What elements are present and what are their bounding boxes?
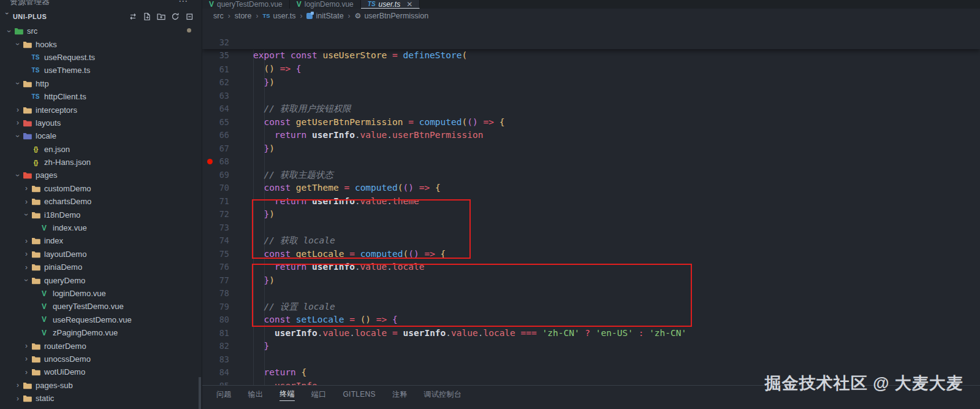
refresh-icon[interactable] [171, 12, 180, 21]
breadcrumb-src[interactable]: src [213, 12, 224, 20]
vue-icon: V [297, 0, 302, 9]
tree-item-customDemo[interactable]: ›customDemo [0, 182, 202, 195]
line-number[interactable]: 35 [202, 49, 229, 63]
code-line-66[interactable]: 66 }) [202, 116, 980, 129]
explorer-sidebar: 资源管理器 ⋯ › UNI-PLUS ›src ›hooks TSuseRequ… [0, 0, 202, 409]
tree-item-routerDemo[interactable]: ›routerDemo [0, 339, 202, 352]
editor-tabbar: VqueryTestDemo.vue VloginDemo.vue TSuser… [202, 0, 980, 9]
code-line-78[interactable]: 78 // 设置 locale [202, 274, 980, 288]
more-actions-icon[interactable]: ⋯ [178, 0, 188, 7]
breakpoint-icon[interactable] [207, 159, 213, 164]
tree-item-httpClient.ts[interactable]: TShttpClient.ts [0, 90, 202, 103]
collapse-all-icon[interactable] [185, 12, 194, 21]
code-line-77[interactable]: 77 [202, 261, 980, 274]
panel-tab-GITLENS[interactable]: GITLENS [343, 390, 375, 400]
tree-item-useRequestDemo.vue[interactable]: VuseRequestDemo.vue [0, 313, 202, 326]
vue-icon: V [209, 0, 214, 9]
code-line-83[interactable]: 83 return { [202, 340, 980, 353]
tree-item-locale[interactable]: ›locale [0, 129, 202, 142]
tree-item-loginDemo.vue[interactable]: VloginDemo.vue [0, 287, 202, 300]
tree-item-http[interactable]: ›http [0, 77, 202, 90]
json-icon: {} [34, 145, 38, 153]
tree-item-zPagingDemo.vue[interactable]: VzPagingDemo.vue [0, 326, 202, 339]
chevron-right-icon: › [13, 381, 22, 389]
breadcrumb-user.ts[interactable]: TSuser.ts [262, 12, 295, 20]
tree-item-queryTestDemo.vue[interactable]: VqueryTestDemo.vue [0, 300, 202, 313]
tree-item-en.json[interactable]: {}en.json [0, 143, 202, 156]
code-line-63[interactable]: 63 // 获取用户按钮权限 [202, 76, 980, 90]
breadcrumb-separator: › [256, 12, 258, 20]
tree-item-unocssDemo[interactable]: ›unocssDemo [0, 353, 202, 365]
tree-item-piniaDemo[interactable]: ›piniaDemo [0, 261, 202, 273]
chevron-down-icon: › [13, 171, 22, 180]
project-name: UNI-PLUS [13, 13, 129, 20]
code-line-71[interactable]: 71 }) [202, 182, 980, 195]
code-line-82[interactable]: 82 [202, 327, 980, 340]
code-line-32[interactable]: 32 export const useUserStore = defineSto… [202, 23, 980, 36]
code-line-68[interactable]: 68 // 获取主题状态 [202, 142, 980, 156]
typescript-icon: TS [368, 1, 376, 7]
tab-loginDemo.vue[interactable]: VloginDemo.vue [290, 0, 361, 9]
code-line-67[interactable]: 67 [202, 129, 980, 142]
vue-icon: V [42, 289, 47, 298]
code-line-62[interactable]: 62 [202, 63, 980, 77]
panel-tab-问题[interactable]: 问题 [216, 389, 232, 401]
panel-tab-注释[interactable]: 注释 [392, 389, 408, 401]
new-file-icon[interactable] [143, 12, 151, 21]
code-line-64[interactable]: 64 const getUserBtnPermission = computed… [202, 90, 980, 103]
code-line-84[interactable]: 84 userInfo, [202, 353, 980, 367]
gear-icon: ⚙ [355, 12, 362, 20]
tree-item-index[interactable]: ›index [0, 234, 202, 247]
code-line-74[interactable]: 74 const getLocale = computed(() => { [202, 221, 980, 235]
tree-item-layoutDemo[interactable]: ›layoutDemo [0, 248, 202, 261]
tree-item-useRequest.ts[interactable]: TSuseRequest.ts [0, 51, 202, 64]
tab-queryTestDemo.vue[interactable]: VqueryTestDemo.vue [202, 0, 290, 9]
tree-item-index.vue[interactable]: Vindex.vue [0, 221, 202, 234]
code-line-80[interactable]: 80 userInfo.value.locale = userInfo.valu… [202, 300, 980, 314]
tree-item-useTheme.ts[interactable]: TSuseTheme.ts [0, 64, 202, 77]
tree-item-layouts[interactable]: ›layouts [0, 117, 202, 129]
code-line-79[interactable]: 79 const setLocale = () => { [202, 287, 980, 300]
breadcrumb-separator: › [348, 12, 351, 20]
file-tree: ›src ›hooks TSuseRequest.ts TSuseTheme.t… [0, 25, 202, 409]
tree-item-pages[interactable]: ›pages [0, 169, 202, 182]
tree-item-echartsDemo[interactable]: ›echartsDemo [0, 195, 202, 208]
tree-item-wotUiDemo[interactable]: ›wotUiDemo [0, 365, 202, 378]
tree-item-hooks[interactable]: ›hooks [0, 37, 202, 50]
tree-item-pages-sub[interactable]: ›pages-sub [0, 379, 202, 392]
vue-icon: V [42, 302, 47, 311]
tree-item-static[interactable]: ›static [0, 392, 202, 405]
code-line-73[interactable]: 73 // 获取 locale [202, 208, 980, 221]
code-line-81[interactable]: 81 } [202, 313, 980, 327]
typescript-icon: TS [32, 93, 40, 100]
breadcrumb-initState[interactable]: initState [306, 12, 343, 20]
code-line-65[interactable]: 65 return userInfo.value.userBtnPermissi… [202, 102, 980, 116]
close-icon[interactable]: ✕ [406, 0, 412, 9]
vue-icon: V [42, 224, 47, 232]
panel-tab-终端[interactable]: 终端 [279, 389, 295, 401]
code-line-70[interactable]: 70 return userInfo.value.theme [202, 169, 980, 182]
tree-item-interceptors[interactable]: ›interceptors [0, 103, 202, 116]
breadcrumb-store[interactable]: store [235, 12, 252, 20]
tree-item-queryDemo[interactable]: ›queryDemo [0, 273, 202, 286]
code-line-35[interactable]: 35 () => { [202, 36, 980, 50]
tree-item-src[interactable]: ›src [0, 25, 202, 37]
code-line-76[interactable]: 76 }) [202, 248, 980, 261]
panel-tab-端口[interactable]: 端口 [311, 389, 327, 401]
panel-tab-输出[interactable]: 输出 [248, 389, 264, 401]
explorer-section-header[interactable]: › UNI-PLUS [0, 9, 202, 24]
breadcrumb-userBtnPermission[interactable]: ⚙userBtnPermission [355, 12, 429, 20]
new-folder-icon[interactable] [157, 12, 165, 21]
compare-icon[interactable] [129, 12, 137, 21]
sidebar-scrollbar[interactable] [199, 377, 201, 409]
code-line-72[interactable]: 72 [202, 195, 980, 208]
tree-item-i18nDemo[interactable]: ›i18nDemo [0, 208, 202, 221]
code-line-69[interactable]: 69 const getTheme = computed(() => { [202, 155, 980, 169]
code-line-75[interactable]: 75 return userInfo.value.locale [202, 234, 980, 248]
panel-tab-调试控制台[interactable]: 调试控制台 [424, 389, 462, 401]
code-editor[interactable]: 61 }) 62 63 // 获取用户按钮权限 64 const getUser… [202, 23, 980, 385]
tab-user.ts[interactable]: TSuser.ts ✕ [361, 0, 420, 9]
explorer-title: 资源管理器 [10, 0, 50, 7]
tree-item-zh-Hans.json[interactable]: {}zh-Hans.json [0, 156, 202, 169]
vue-icon: V [42, 315, 47, 324]
